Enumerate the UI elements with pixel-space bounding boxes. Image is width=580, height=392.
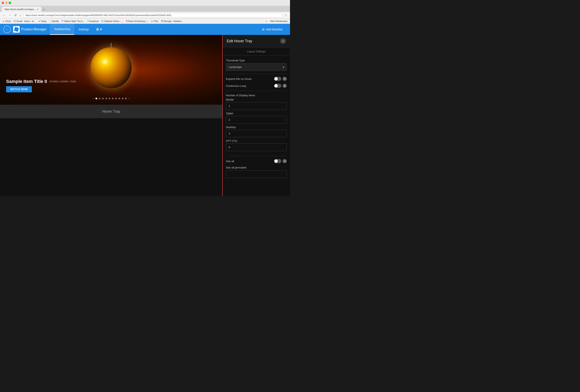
browser-tab[interactable]: https://tools.viewlift.com/appc... ×	[2, 6, 41, 12]
preview-area: Sample Item Title 0 00 MINS | GENRE | YE…	[0, 35, 222, 196]
divider-2	[226, 91, 287, 91]
hero-background	[0, 35, 222, 105]
see-all-permalink-label: See all permalink	[226, 166, 287, 169]
continuous-loop-toggle[interactable]	[274, 84, 281, 88]
reload-btn[interactable]: ↺	[13, 13, 17, 17]
carousel-dot-5[interactable]	[109, 98, 110, 99]
disco-ball	[91, 47, 132, 88]
traffic-lights	[2, 2, 11, 4]
bookmark-yahoo[interactable]: Y Yahoo! Mail: The b...	[61, 20, 85, 23]
see-all-label: See all	[226, 160, 234, 163]
bookmarks-bar: ▲ Drive M Gmail - Inbox - fe... ● Today …	[0, 18, 290, 24]
device-chevron-icon: ▾	[100, 27, 102, 32]
carousel-dot-8[interactable]	[119, 98, 120, 99]
display-items-section: Number of Display Items Mobile Tablet	[226, 94, 287, 153]
hover-tray-section: Hover Tray	[0, 105, 222, 118]
carousel-dot-3[interactable]	[102, 98, 104, 99]
add-modules-icon: ⊞	[262, 28, 265, 31]
carousel-dot-10[interactable]	[125, 98, 127, 99]
panel-close-btn[interactable]: ×	[280, 38, 286, 44]
bookmark-spotify[interactable]: ♫ Spotify	[49, 20, 60, 23]
mobile-input[interactable]	[226, 102, 287, 110]
see-all-permalink-input[interactable]	[226, 170, 287, 178]
tab-settings[interactable]: Settings	[74, 24, 93, 35]
app-container: ← Product Manager TestNewTest Settings 🖥…	[0, 24, 290, 196]
panel-body: Thumbnail Type Landscape Portrait Square…	[223, 56, 290, 181]
new-tab-btn[interactable]: +	[41, 7, 47, 12]
hero-banner: Sample Item Title 0 00 MINS | GENRE | YE…	[0, 35, 222, 105]
panel-section-title: Layout Settings	[223, 47, 290, 56]
hover-tray-label: Hover Tray	[102, 109, 120, 114]
see-all-row: See all ✕	[226, 159, 287, 163]
bookmark-gmail[interactable]: M Gmail - Inbox - fe...	[13, 20, 36, 23]
nav-back-btn[interactable]: ←	[3, 26, 11, 33]
bookmark-today[interactable]: ● Today	[38, 20, 47, 23]
add-modules-btn[interactable]: ⊞ Add Modules	[258, 24, 287, 35]
see-all-clear-btn[interactable]: ✕	[283, 159, 287, 163]
expand-info-toggle[interactable]	[274, 77, 281, 81]
settings-label: Settings	[78, 28, 89, 31]
bookmark-drive[interactable]: ▲ Drive	[2, 20, 12, 23]
carousel-dots: ‹ ›	[93, 96, 130, 100]
ott-field: OTT (TV)	[226, 139, 287, 151]
desktop-input[interactable]	[226, 130, 287, 137]
tab-title: https://tools.viewlift.com/appc...	[4, 8, 36, 10]
thumbnail-type-label: Thumbnail Type	[226, 59, 287, 62]
continuous-loop-clear-btn[interactable]: ✕	[283, 84, 287, 88]
other-bookmarks[interactable]: Other Bookmarks	[269, 20, 288, 22]
bookmarks-more[interactable]: »	[265, 20, 268, 22]
bookmark-plex[interactable]: ▶ Plex	[150, 20, 159, 23]
traffic-light-yellow[interactable]	[5, 2, 7, 4]
bookmark-facebook[interactable]: f Facebook	[87, 20, 100, 23]
tab-testnewtest[interactable]: TestNewTest	[50, 24, 74, 35]
back-arrow-icon: ←	[5, 27, 9, 31]
add-modules-label: Add Modules	[266, 28, 283, 31]
hero-info: Sample Item Title 0 00 MINS | GENRE | YE…	[6, 79, 76, 92]
carousel-dot-7[interactable]	[115, 98, 117, 99]
product-manager-label: Product Manager	[21, 27, 47, 31]
back-btn[interactable]: ←	[2, 13, 6, 17]
bookmark-bofa[interactable]: B Bank of America | ...	[125, 20, 149, 23]
carousel-dot-1[interactable]	[96, 98, 97, 99]
display-items-label: Number of Display Items	[226, 94, 287, 97]
see-all-toggle[interactable]	[274, 159, 281, 163]
panel-header: Edit Hover Tray ×	[223, 35, 290, 47]
main-area: Sample Item Title 0 00 MINS | GENRE | YE…	[0, 35, 290, 196]
ott-input[interactable]	[226, 143, 287, 151]
mobile-field: Mobile	[226, 98, 287, 110]
device-selector[interactable]: 🖥 ▾	[93, 24, 104, 35]
expand-info-clear-btn[interactable]: ✕	[283, 77, 287, 81]
tablet-input[interactable]	[226, 116, 287, 123]
bookmark-discogs[interactable]: D Discogs - Dashbo...	[160, 20, 184, 23]
carousel-dot-6[interactable]	[112, 98, 114, 99]
hero-title: Sample Item Title 0 00 MINS | GENRE | YE…	[6, 79, 76, 84]
cube-icon	[14, 27, 19, 32]
address-input[interactable]	[23, 13, 283, 17]
desktop-label: Desktop	[226, 126, 287, 129]
bookmark-citibank[interactable]: C Citibank Online - ...	[101, 20, 124, 23]
hero-meta: 00 MINS | GENRE | YEAR	[49, 80, 76, 83]
forward-btn[interactable]: →	[8, 13, 12, 17]
traffic-light-red[interactable]	[2, 2, 4, 4]
expand-info-knob	[274, 77, 278, 81]
home-btn[interactable]: ⌂	[19, 13, 22, 17]
panel-title: Edit Hover Tray	[227, 39, 252, 43]
carousel-dot-4[interactable]	[105, 98, 107, 99]
display-items-title: Number of Display Items	[226, 94, 255, 97]
thumbnail-type-select[interactable]: Landscape Portrait Square	[226, 63, 287, 71]
carousel-dot-9[interactable]	[122, 98, 124, 99]
see-all-permalink-field: See all permalink	[226, 166, 287, 178]
watch-now-btn[interactable]: WATCH NOW	[6, 86, 32, 92]
star-btn[interactable]: ☆	[284, 13, 288, 17]
continuous-loop-toggle-group: ✕	[274, 84, 287, 88]
tab-testnewtest-label: TestNewTest	[54, 27, 70, 31]
carousel-next-btn[interactable]: ›	[128, 96, 130, 100]
address-bar: ← → ↺ ⌂ ☆	[0, 12, 290, 18]
tab-close-btn[interactable]: ×	[37, 8, 38, 10]
traffic-light-green[interactable]	[9, 2, 11, 4]
hero-title-text: Sample Item Title 0	[6, 79, 47, 84]
expand-info-label: Expand Info on Hover	[226, 77, 252, 81]
carousel-dot-2[interactable]	[99, 98, 100, 99]
continuous-loop-label: Continuous Loop	[226, 84, 246, 88]
carousel-prev-btn[interactable]: ‹	[93, 96, 94, 100]
